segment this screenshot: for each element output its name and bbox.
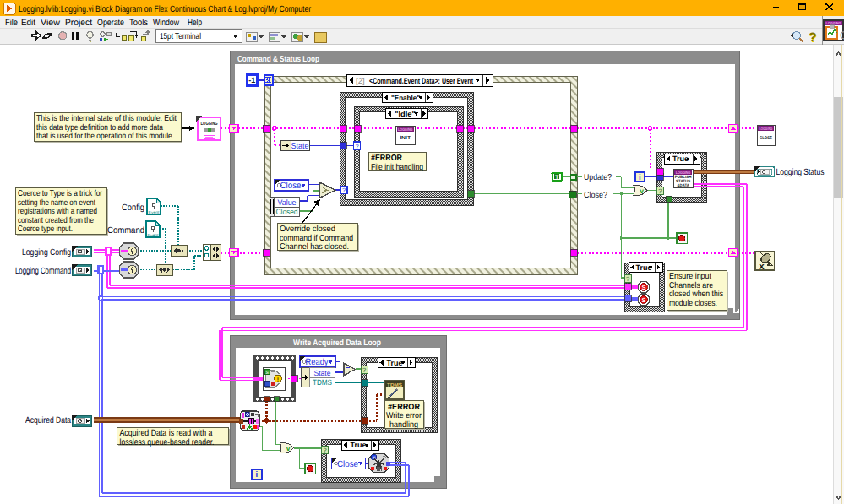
svg-text:True: True — [636, 263, 652, 272]
svg-text:True: True — [351, 441, 367, 449]
svg-text:registrations with a named: registrations with a named — [18, 207, 97, 216]
svg-text:True: True — [672, 154, 689, 163]
svg-text:This is the internal state of: This is the internal state of this modul… — [36, 114, 177, 123]
svg-text:?: ? — [355, 143, 358, 150]
svg-text:File: File — [5, 18, 18, 28]
svg-text:T: T — [555, 175, 558, 181]
svg-text:Logging Status: Logging Status — [776, 167, 825, 177]
svg-text:Channels are: Channels are — [669, 281, 713, 290]
svg-text:Q: Q — [840, 30, 844, 41]
svg-text:command if Command: command if Command — [280, 234, 353, 243]
svg-text:Close?: Close? — [584, 191, 607, 200]
svg-text:&DATA: &DATA — [678, 183, 690, 187]
svg-text:Window: Window — [153, 18, 179, 28]
svg-text:15pt Terminal: 15pt Terminal — [160, 32, 201, 41]
svg-text:constant created from the: constant created from the — [18, 216, 94, 225]
svg-text:Event: Event — [148, 233, 160, 237]
svg-text:Event: Event — [149, 210, 161, 214]
svg-text:View: View — [41, 18, 60, 28]
svg-text:Edit: Edit — [21, 18, 35, 28]
svg-text:LOGGING: LOGGING — [398, 127, 413, 132]
svg-text:TDMS: TDMS — [387, 382, 402, 388]
svg-text:?: ? — [342, 187, 346, 194]
svg-text:Write Acquired Data Loop: Write Acquired Data Loop — [293, 339, 381, 348]
svg-text:!: ! — [277, 377, 279, 383]
svg-text:#ERROR: #ERROR — [388, 403, 421, 412]
svg-text:Acquired Data: Acquired Data — [25, 415, 71, 425]
svg-text:Logging.lvlib:Logging.vi Block: Logging.lvlib:Logging.vi Block Diagram o… — [19, 4, 311, 14]
svg-text:#ERROR: #ERROR — [371, 154, 403, 163]
svg-text:i: i — [639, 173, 641, 182]
svg-text:CLOSE: CLOSE — [760, 136, 772, 141]
svg-text:that is used for the operation: that is used for the operation of this m… — [36, 132, 174, 141]
svg-text:LOGGING: LOGGING — [201, 121, 218, 127]
svg-text:<Command.Event Data>: User Eve: <Command.Event Data>: User Event — [369, 77, 474, 86]
svg-text:-1: -1 — [248, 76, 255, 84]
svg-text:?: ? — [323, 447, 326, 454]
svg-text:S: S — [641, 296, 645, 304]
svg-text:TDMS: TDMS — [313, 378, 332, 387]
svg-text:setting the name on event: setting the name on event — [18, 198, 95, 208]
svg-text:v: v — [640, 187, 644, 195]
svg-text:?: ? — [809, 30, 816, 45]
svg-text:LOGGING: LOGGING — [760, 127, 773, 131]
svg-text:Tools: Tools — [129, 18, 148, 28]
svg-text:Closed: Closed — [276, 208, 298, 217]
svg-text:v: v — [286, 444, 291, 453]
svg-text:Logging Config: Logging Config — [22, 247, 71, 257]
svg-text:True: True — [387, 359, 403, 367]
svg-text:State: State — [291, 142, 309, 151]
svg-text:?: ? — [658, 187, 662, 195]
svg-text:Command: Command — [107, 225, 144, 236]
svg-text:Close: Close — [337, 459, 358, 469]
svg-text:Operate: Operate — [97, 18, 124, 28]
svg-text:module closes.: module closes. — [669, 299, 717, 308]
svg-text:handling: handling — [389, 420, 418, 430]
svg-text:Ensure input: Ensure input — [669, 272, 711, 281]
svg-text:x: x — [759, 262, 765, 272]
svg-text:Command & Status Loop: Command & Status Loop — [237, 55, 319, 64]
svg-text:"Idle": "Idle" — [395, 110, 416, 118]
svg-text:[2]: [2] — [356, 77, 365, 86]
svg-text:Close: Close — [280, 181, 302, 191]
svg-text:?: ? — [626, 275, 629, 283]
svg-text:Project: Project — [65, 18, 92, 28]
svg-text:Write error: Write error — [386, 411, 422, 420]
svg-text:Coerce type input.: Coerce type input. — [18, 225, 73, 234]
svg-text:Value: Value — [278, 198, 297, 208]
svg-text:i: i — [255, 470, 258, 480]
svg-text:File init handling: File init handling — [371, 163, 423, 172]
svg-text:Channel has closed.: Channel has closed. — [280, 242, 349, 252]
svg-text:Ready: Ready — [306, 357, 329, 367]
svg-text:State: State — [314, 369, 331, 377]
svg-text:Coerce to Type is a trick for: Coerce to Type is a trick for — [18, 189, 103, 198]
svg-text:this data type definition to a: this data type definition to add more da… — [36, 123, 163, 133]
svg-text:Override closed: Override closed — [280, 225, 335, 234]
svg-text:INIT: INIT — [400, 135, 411, 141]
svg-text:closed when this: closed when this — [669, 290, 723, 299]
svg-text:S: S — [641, 284, 645, 291]
svg-text:Config: Config — [122, 203, 144, 213]
svg-text:lossless queue-based reader.: lossless queue-based reader. — [120, 437, 215, 447]
svg-text:?: ? — [362, 366, 366, 374]
svg-text:Logging Command: Logging Command — [15, 266, 71, 276]
svg-text:Help: Help — [188, 18, 202, 28]
svg-text:Update?: Update? — [584, 173, 612, 182]
svg-text:"Enable": "Enable" — [391, 94, 420, 102]
